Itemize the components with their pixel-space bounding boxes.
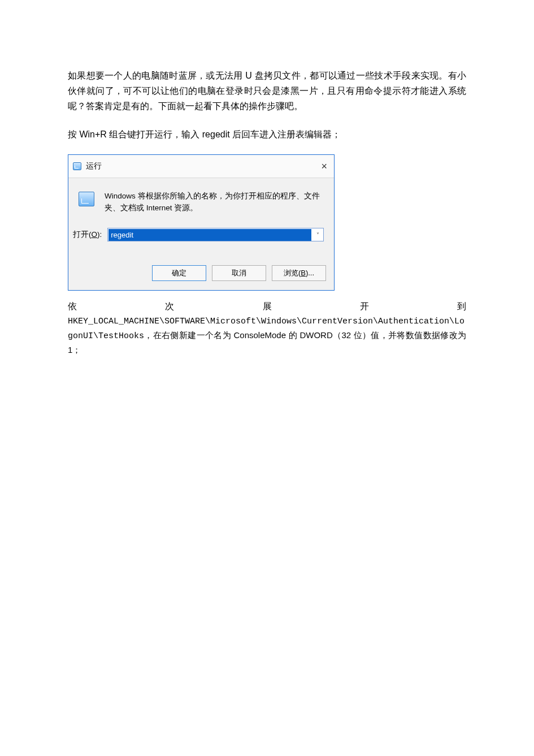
run-icon: [79, 192, 94, 206]
close-icon[interactable]: ×: [319, 158, 329, 175]
step1-paragraph: 按 Win+R 组合键打开运行，输入 regedit 后回车进入注册表编辑器；: [68, 127, 466, 142]
run-icon: [73, 162, 81, 170]
cancel-button[interactable]: 取消: [212, 265, 266, 281]
dialog-description: Windows 将根据你所输入的名称，为你打开相应的程序、文件夹、文档或 Int…: [105, 191, 324, 214]
open-label: 打开(O):: [73, 228, 102, 241]
intro-paragraph: 如果想要一个人的电脑随时蓝屏，或无法用 U 盘拷贝文件，都可以通过一些技术手段来…: [68, 68, 466, 114]
chevron-down-icon[interactable]: ˅: [312, 230, 323, 240]
run-dialog: 运行 × Windows 将根据你所输入的名称，为你打开相应的程序、文件夹、文档…: [68, 154, 335, 291]
step2-paragraph: HKEY_LOCAL_MACHINE\SOFTWARE\Microsoft\Wi…: [68, 315, 466, 358]
browse-button[interactable]: 浏览(B)...: [272, 265, 326, 281]
dialog-title-text: 运行: [86, 160, 102, 173]
ok-button[interactable]: 确定: [152, 265, 206, 281]
dialog-titlebar: 运行 ×: [68, 155, 334, 179]
open-combobox-value: regedit: [108, 229, 311, 241]
open-combobox[interactable]: regedit ˅: [107, 228, 324, 241]
step2-lead-line: 依 次 展 开 到: [68, 299, 466, 314]
